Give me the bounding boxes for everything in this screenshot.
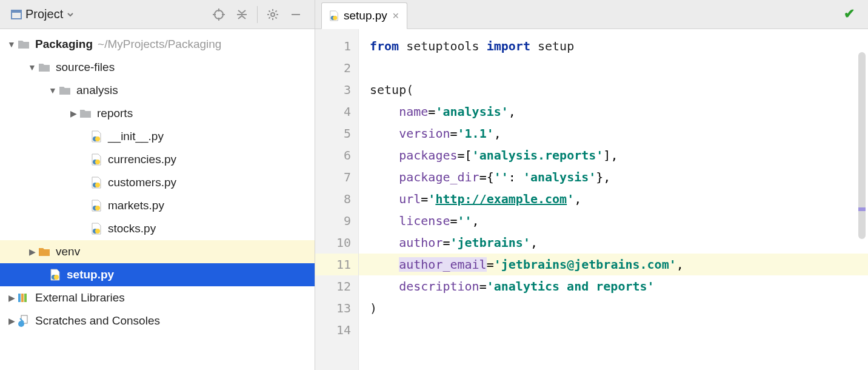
editor-tabbar: setup.py ✕ — [315, 0, 868, 29]
project-sidebar: Project ▼ Packa — [0, 0, 315, 370]
python-file-icon — [90, 130, 103, 143]
code-line: from setuptools import setup — [370, 35, 868, 57]
code-line: name='analysis', — [370, 101, 868, 123]
line-number: 4 — [315, 101, 351, 123]
tree-external-libraries[interactable]: ▶ External Libraries — [0, 286, 315, 309]
tree-file-customers[interactable]: customers.py — [0, 171, 315, 194]
tree-file-markets[interactable]: markets.py — [0, 194, 315, 217]
code-line: packages=['analysis.reports'], — [370, 144, 868, 166]
svg-rect-30 — [18, 294, 21, 302]
chevron-down-icon: ▼ — [47, 86, 58, 95]
tree-file-stocks[interactable]: stocks.py — [0, 217, 315, 240]
tree-folder-reports[interactable]: ▶ reports — [0, 102, 315, 125]
line-number: 3 — [315, 79, 351, 101]
tree-item-label: source-files — [56, 61, 115, 74]
chevron-right-icon: ▶ — [6, 293, 17, 303]
line-number: 13 — [315, 297, 351, 319]
line-number: 11 — [315, 254, 358, 275]
python-file-icon — [90, 199, 103, 212]
code-area[interactable]: from setuptools import setup setup( name… — [359, 29, 868, 370]
close-tab-icon[interactable]: ✕ — [392, 11, 399, 21]
editor-body: 1 2 3 4 5 6 7 8 9 10 11 12 13 14 from se… — [315, 29, 868, 370]
code-line — [370, 57, 868, 79]
svg-rect-1 — [12, 10, 21, 13]
tree-file-setup[interactable]: setup.py — [0, 263, 315, 286]
python-file-icon — [90, 222, 103, 235]
code-line: version='1.1', — [370, 123, 868, 144]
tree-item-label: External Libraries — [35, 291, 125, 304]
chevron-right-icon: ▶ — [6, 316, 17, 326]
tree-item-label: Scratches and Consoles — [35, 314, 160, 328]
svg-line-13 — [269, 10, 270, 12]
minimize-icon[interactable] — [287, 5, 305, 24]
line-number: 5 — [315, 123, 351, 144]
chevron-right-icon: ▶ — [68, 109, 79, 118]
folder-icon — [38, 61, 51, 74]
tree-folder-source-files[interactable]: ▼ source-files — [0, 56, 315, 79]
code-line: author='jetbrains', — [370, 232, 868, 254]
collapse-icon[interactable] — [233, 5, 251, 24]
tree-item-label: setup.py — [67, 268, 114, 281]
editor-pane: setup.py ✕ 1 2 3 4 5 6 7 8 9 10 11 12 13… — [315, 0, 868, 370]
folder-icon — [79, 107, 92, 120]
tree-item-label: stocks.py — [108, 222, 156, 235]
python-file-icon — [48, 268, 62, 281]
error-stripe-marker[interactable] — [858, 207, 866, 211]
tree-item-label: markets.py — [108, 199, 164, 212]
line-number: 1 — [315, 35, 351, 57]
svg-point-23 — [95, 183, 100, 187]
tree-item-label: reports — [97, 107, 133, 120]
app-root: Project ▼ Packa — [0, 0, 868, 370]
folder-icon — [17, 38, 30, 51]
python-file-icon — [90, 153, 103, 166]
chevron-right-icon: ▶ — [27, 247, 38, 257]
chevron-down-icon: ▼ — [27, 62, 38, 72]
toolbar-separator — [257, 6, 258, 23]
svg-rect-31 — [21, 294, 24, 302]
tree-root-location: ~/MyProjects/Packaging — [98, 38, 221, 51]
svg-point-34 — [18, 321, 24, 327]
line-number: 9 — [315, 210, 351, 232]
folder-icon — [58, 84, 72, 97]
svg-point-2 — [215, 10, 223, 19]
code-line: setup( — [370, 79, 868, 101]
libraries-icon — [17, 291, 30, 304]
code-line: ) — [370, 297, 868, 319]
tree-root[interactable]: ▼ Packaging ~/MyProjects/Packaging — [0, 33, 315, 56]
svg-point-36 — [333, 16, 337, 20]
window-icon — [11, 9, 22, 20]
tree-root-label: Packaging — [35, 38, 93, 51]
svg-rect-32 — [24, 294, 27, 302]
tree-item-label: __init__.py — [108, 130, 164, 143]
line-number: 14 — [315, 319, 351, 341]
scratches-icon — [17, 314, 30, 328]
svg-point-21 — [95, 160, 100, 164]
tree-file-init[interactable]: __init__.py — [0, 125, 315, 148]
code-line: license='', — [370, 210, 868, 232]
svg-line-16 — [275, 10, 276, 12]
tree-scratches[interactable]: ▶ Scratches and Consoles — [0, 309, 315, 332]
chevron-down-icon: ▼ — [6, 39, 17, 49]
tree-folder-venv[interactable]: ▶ venv — [0, 240, 315, 263]
tree-item-label: currencies.py — [108, 153, 176, 166]
tree-item-label: customers.py — [108, 176, 176, 189]
target-icon[interactable] — [210, 5, 228, 24]
check-icon: ✔ — [844, 6, 855, 22]
editor-tab-setup[interactable]: setup.py ✕ — [321, 2, 407, 29]
line-number: 10 — [315, 232, 351, 254]
tree-item-label: analysis — [76, 84, 118, 97]
gutter: 1 2 3 4 5 6 7 8 9 10 11 12 13 14 — [315, 29, 359, 370]
svg-point-25 — [95, 206, 100, 210]
chevron-down-icon — [67, 11, 74, 18]
project-selector[interactable]: Project — [7, 6, 78, 22]
line-number: 12 — [315, 275, 351, 297]
project-selector-label: Project — [25, 7, 63, 21]
tree-folder-analysis[interactable]: ▼ analysis — [0, 79, 315, 102]
line-number: 6 — [315, 144, 351, 166]
tree-item-label: venv — [56, 245, 80, 258]
svg-point-27 — [95, 229, 100, 234]
svg-point-8 — [271, 13, 275, 16]
tree-file-currencies[interactable]: currencies.py — [0, 148, 315, 171]
svg-line-15 — [269, 17, 270, 18]
gear-icon[interactable] — [264, 5, 282, 24]
